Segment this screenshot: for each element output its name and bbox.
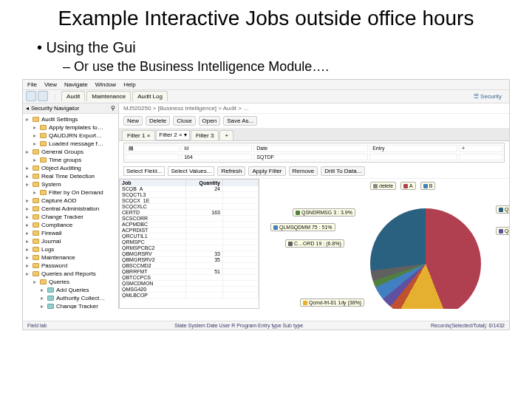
expand-icon[interactable]: ▸	[26, 238, 30, 245]
table-row[interactable]: QSMCDMON	[120, 281, 259, 287]
grid-icon[interactable]: ▤	[126, 145, 180, 152]
tree-item[interactable]: ▸Queries and Reports	[23, 270, 118, 278]
tree-item[interactable]: ▸Object Auditing	[23, 164, 118, 172]
security-link[interactable]: ☰ Security	[474, 93, 506, 100]
table-row[interactable]: QBTCCPCS	[120, 275, 259, 281]
expand-icon[interactable]: ▸	[33, 279, 38, 285]
tree-item[interactable]: ▸Queries	[23, 278, 118, 286]
table-row[interactable]: ACPMDBC	[120, 222, 259, 228]
open-button[interactable]: Open	[199, 116, 221, 126]
tree-item[interactable]: ▸QAUDJRN Export…	[23, 132, 118, 140]
tree-item[interactable]: ▸Time groups	[23, 156, 118, 164]
expand-icon[interactable]: ▸	[26, 254, 30, 261]
legend-item[interactable]: delete	[370, 182, 396, 190]
tree-item[interactable]: ▸Logs	[23, 245, 118, 253]
legend-item[interactable]: A	[400, 182, 416, 190]
expand-icon[interactable]: ▸	[26, 173, 30, 180]
tree-item[interactable]: ▸Change Tracker	[23, 213, 118, 221]
tab-maintenance[interactable]: Maintenance	[86, 91, 131, 101]
tree-item[interactable]: ▸General Groups	[23, 148, 118, 156]
tree-item[interactable]: ▸Journal	[23, 237, 118, 245]
legend-item[interactable]: B	[420, 182, 436, 190]
tab-auditlog[interactable]: Audit Log	[132, 91, 168, 101]
expand-icon[interactable]: ▸	[26, 149, 30, 155]
expand-icon[interactable]: ▸	[33, 140, 38, 147]
expand-icon[interactable]: ▸	[41, 295, 45, 301]
expand-icon[interactable]: ▸	[41, 287, 45, 293]
expand-icon[interactable]: ▸	[33, 124, 38, 131]
expand-icon[interactable]: ▸	[33, 157, 38, 163]
new-button[interactable]: New	[123, 116, 143, 126]
drill-button[interactable]: Drill To Data...	[321, 166, 365, 176]
expand-icon[interactable]: ▸	[26, 246, 30, 253]
filter-tab-3[interactable]: Filter 3	[191, 130, 219, 140]
refresh-button[interactable]: Refresh	[217, 166, 245, 176]
table-row[interactable]: QMSG420	[120, 287, 259, 293]
pie-chart[interactable]	[370, 208, 481, 309]
tree-item[interactable]: ▸Password	[23, 262, 118, 270]
filter-tab-1[interactable]: Filter 1 ×	[122, 130, 155, 140]
tree-item[interactable]: ▸Loaded message f…	[23, 140, 118, 148]
table-row[interactable]: QRMSPCBC2	[120, 245, 259, 251]
table-row[interactable]: QBSCCMD2	[120, 263, 259, 269]
tree-item[interactable]: ▸System	[23, 180, 118, 188]
remove-button[interactable]: Remove	[289, 166, 318, 176]
close-button[interactable]: Close	[173, 116, 195, 126]
tree-item[interactable]: ▸Apply templates to…	[23, 123, 118, 132]
menu-view[interactable]: View	[44, 81, 57, 88]
menu-navigate[interactable]: Navigate	[64, 81, 88, 88]
tree-filter-icon[interactable]: ⚲	[111, 105, 115, 112]
tree-item[interactable]: ▸Change Tracker	[23, 302, 118, 309]
toolbar-icon[interactable]	[38, 91, 48, 101]
table-row[interactable]: CERTD163	[120, 210, 259, 216]
expand-icon[interactable]: ▸	[26, 270, 30, 277]
expand-icon[interactable]: ▸	[26, 230, 30, 236]
table-row[interactable]: QBRRFMT51	[120, 269, 259, 275]
table-row[interactable]: QBMGRSRV33	[120, 251, 259, 257]
tab-audit[interactable]: Audit	[61, 91, 85, 101]
expand-icon[interactable]: ▸	[26, 165, 30, 171]
table-row[interactable]: QRMSPC	[120, 239, 259, 245]
table-row[interactable]: QRCUTIL1	[120, 233, 259, 239]
menu-file[interactable]: File	[27, 81, 37, 88]
expand-icon[interactable]: ▸	[26, 205, 30, 212]
expand-icon[interactable]: ▸	[26, 116, 30, 123]
tree-item[interactable]: ▸Filter by On Demand	[23, 188, 118, 197]
table-row[interactable]: QBMGRSRV235	[120, 257, 259, 263]
tree-item[interactable]: ▸Compliance	[23, 221, 118, 229]
data-table[interactable]: Job Quantity SCQB_A24SCQCTL3SCQCX_1ESCQC…	[119, 179, 259, 309]
add-col-icon[interactable]: +	[459, 145, 502, 152]
table-row[interactable]: ACPRDIST	[120, 228, 259, 233]
select-field-drop[interactable]: Select Field...	[123, 166, 165, 176]
table-row[interactable]: QMLBCOP	[120, 293, 259, 299]
filter-tab-2[interactable]: Filter 2 × ▾	[156, 130, 190, 140]
collapse-icon[interactable]: ◂	[26, 105, 29, 112]
table-row[interactable]: SCQCX_1E	[120, 198, 259, 204]
expand-icon[interactable]: ▸	[33, 132, 38, 139]
tree-item[interactable]: ▸Maintenance	[23, 253, 118, 262]
tree-item[interactable]: ▸Firewall	[23, 229, 118, 237]
table-row[interactable]: SCSCORR	[120, 216, 259, 222]
expand-icon[interactable]: ▸	[26, 214, 30, 220]
add-filter-tab[interactable]: +	[219, 130, 233, 140]
tree-item[interactable]: ▸Authority Collect…	[23, 294, 118, 302]
menu-window[interactable]: Window	[95, 81, 116, 88]
tree-item[interactable]: ▸Add Queries	[23, 286, 118, 294]
tree-item[interactable]: ▸Real Time Detection	[23, 172, 118, 180]
expand-icon[interactable]: ▸	[26, 262, 30, 269]
expand-icon[interactable]: ▸	[33, 189, 38, 196]
expand-icon[interactable]: ▸	[26, 222, 30, 228]
table-row[interactable]: SCQB_A24	[120, 186, 259, 192]
select-values-drop[interactable]: Select Values...	[168, 166, 214, 176]
saveas-button[interactable]: Save As...	[223, 116, 257, 126]
menu-help[interactable]: Help	[123, 81, 135, 88]
table-row[interactable]: SCQCTL3	[120, 192, 259, 198]
apply-filter-button[interactable]: Apply Filter	[248, 166, 285, 176]
delete-button[interactable]: Delete	[146, 116, 170, 126]
expand-icon[interactable]: ▸	[26, 197, 30, 204]
tree-item[interactable]: ▸Capture AOD	[23, 197, 118, 205]
tree-item[interactable]: ▸Central Administration	[23, 205, 118, 213]
table-row[interactable]: SCQCXLC	[120, 204, 259, 210]
tree-item[interactable]: ▸Audit Settings	[23, 115, 118, 123]
toolbar-icon[interactable]	[26, 91, 36, 101]
